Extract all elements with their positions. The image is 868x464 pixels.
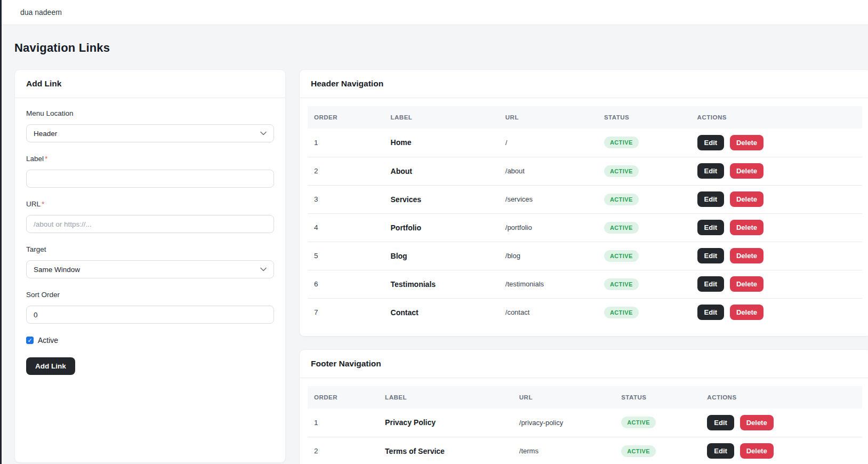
chevron-down-icon	[260, 131, 267, 135]
delete-button[interactable]: Delete	[730, 248, 763, 263]
status-cell: ACTIVE	[598, 185, 691, 213]
actions-cell: Edit Delete	[691, 298, 862, 326]
footer-navigation-title: Footer Navigation	[300, 350, 868, 378]
url-cell: /about	[499, 157, 598, 185]
delete-button[interactable]: Delete	[730, 191, 763, 207]
edit-button[interactable]: Edit	[697, 305, 725, 320]
delete-button[interactable]: Delete	[740, 415, 774, 430]
header-navigation-table: OrderLabelURLStatusActions 1 Home / ACTI…	[308, 106, 862, 326]
table-row: 2 About /about ACTIVE Edit Delete	[308, 157, 862, 185]
add-link-card: Add Link Menu Location Header Label* URL…	[14, 69, 286, 463]
order-cell: 2	[308, 157, 384, 185]
menu-location-field: Menu Location Header	[26, 109, 274, 142]
target-value: Same Window	[34, 266, 80, 274]
page-title: Navigation Links	[14, 41, 868, 55]
sidebar-edge	[0, 0, 2, 464]
status-cell: ACTIVE	[615, 437, 701, 464]
active-checkbox[interactable]: ✓	[26, 337, 34, 344]
status-badge: ACTIVE	[604, 165, 639, 177]
edit-button[interactable]: Edit	[697, 220, 725, 235]
edit-button[interactable]: Edit	[697, 191, 725, 207]
delete-button[interactable]: Delete	[730, 220, 763, 235]
url-cell: /testimonials	[499, 270, 598, 298]
label-cell: Privacy Policy	[379, 409, 513, 437]
url-cell: /privacy-policy	[513, 409, 615, 437]
menu-location-select[interactable]: Header	[26, 124, 274, 142]
header-navigation-card: Header Navigation OrderLabelURLStatusAct…	[299, 69, 868, 337]
menu-location-value: Header	[34, 130, 57, 138]
status-badge: ACTIVE	[621, 445, 656, 457]
status-badge: ACTIVE	[621, 417, 656, 428]
target-label: Target	[26, 245, 274, 253]
status-badge: ACTIVE	[604, 137, 639, 148]
delete-button[interactable]: Delete	[730, 276, 763, 292]
url-cell: /blog	[499, 242, 598, 270]
status-badge: ACTIVE	[604, 250, 639, 262]
order-cell: 5	[308, 242, 384, 270]
actions-cell: Edit Delete	[691, 242, 862, 270]
actions-cell: Edit Delete	[701, 409, 862, 437]
table-row: 2 Terms of Service /terms ACTIVE Edit De…	[308, 437, 862, 464]
sort-order-input[interactable]	[26, 306, 274, 324]
actions-cell: Edit Delete	[691, 213, 862, 242]
table-row: 5 Blog /blog ACTIVE Edit Delete	[308, 242, 862, 270]
delete-button[interactable]: Delete	[730, 305, 763, 320]
url-cell: /terms	[513, 437, 615, 464]
actions-cell: Edit Delete	[691, 270, 862, 298]
label-cell: Blog	[384, 242, 499, 270]
label-cell: Portfolio	[384, 213, 499, 242]
edit-button[interactable]: Edit	[697, 163, 725, 179]
order-cell: 7	[308, 298, 384, 326]
required-marker: *	[42, 200, 44, 208]
required-marker: *	[45, 155, 47, 163]
status-cell: ACTIVE	[598, 270, 691, 298]
url-field: URL*	[26, 200, 274, 233]
column-header: Label	[384, 106, 499, 129]
target-select[interactable]: Same Window	[26, 260, 274, 278]
column-header: URL	[513, 386, 615, 409]
column-header: URL	[499, 106, 598, 129]
actions-cell: Edit Delete	[691, 129, 862, 157]
sort-order-label: Sort Order	[26, 291, 274, 299]
delete-button[interactable]: Delete	[730, 163, 763, 179]
label-cell: About	[384, 157, 499, 185]
edit-button[interactable]: Edit	[697, 135, 725, 150]
status-cell: ACTIVE	[598, 129, 691, 157]
edit-button[interactable]: Edit	[697, 276, 725, 292]
order-cell: 6	[308, 270, 384, 298]
header-navigation-title: Header Navigation	[300, 70, 868, 98]
status-cell: ACTIVE	[598, 298, 691, 326]
status-cell: ACTIVE	[598, 157, 691, 185]
main-content: Navigation Links Add Link Menu Location …	[2, 41, 868, 464]
actions-cell: Edit Delete	[701, 437, 862, 464]
label-input[interactable]	[26, 170, 274, 188]
edit-button[interactable]: Edit	[707, 443, 734, 459]
table-row: 1 Home / ACTIVE Edit Delete	[308, 129, 862, 157]
label-field: Label*	[26, 155, 274, 188]
user-menu[interactable]: dua nadeem	[20, 8, 62, 17]
table-row: 1 Privacy Policy /privacy-policy ACTIVE …	[308, 409, 862, 437]
order-cell: 3	[308, 185, 384, 213]
chevron-down-icon	[260, 267, 267, 271]
active-label[interactable]: Active	[38, 336, 58, 345]
actions-cell: Edit Delete	[691, 185, 862, 213]
url-input[interactable]	[26, 215, 274, 233]
label-cell: Contact	[384, 298, 499, 326]
order-cell: 4	[308, 213, 384, 242]
delete-button[interactable]: Delete	[730, 135, 763, 150]
edit-button[interactable]: Edit	[697, 248, 725, 263]
label-cell: Home	[384, 129, 499, 157]
footer-navigation-card: Footer Navigation OrderLabelURLStatusAct…	[299, 349, 868, 464]
add-link-button[interactable]: Add Link	[26, 357, 75, 375]
order-cell: 2	[308, 437, 379, 464]
table-row: 6 Testimonials /testimonials ACTIVE Edit…	[308, 270, 862, 298]
url-label: URL	[26, 200, 41, 208]
label-cell: Testimonials	[384, 270, 499, 298]
table-row: 4 Portfolio /portfolio ACTIVE Edit Delet…	[308, 213, 862, 242]
edit-button[interactable]: Edit	[707, 415, 734, 430]
status-badge: ACTIVE	[604, 194, 639, 205]
status-cell: ACTIVE	[598, 242, 691, 270]
order-cell: 1	[308, 409, 379, 437]
table-row: 7 Contact /contact ACTIVE Edit Delete	[308, 298, 862, 326]
delete-button[interactable]: Delete	[740, 443, 774, 459]
